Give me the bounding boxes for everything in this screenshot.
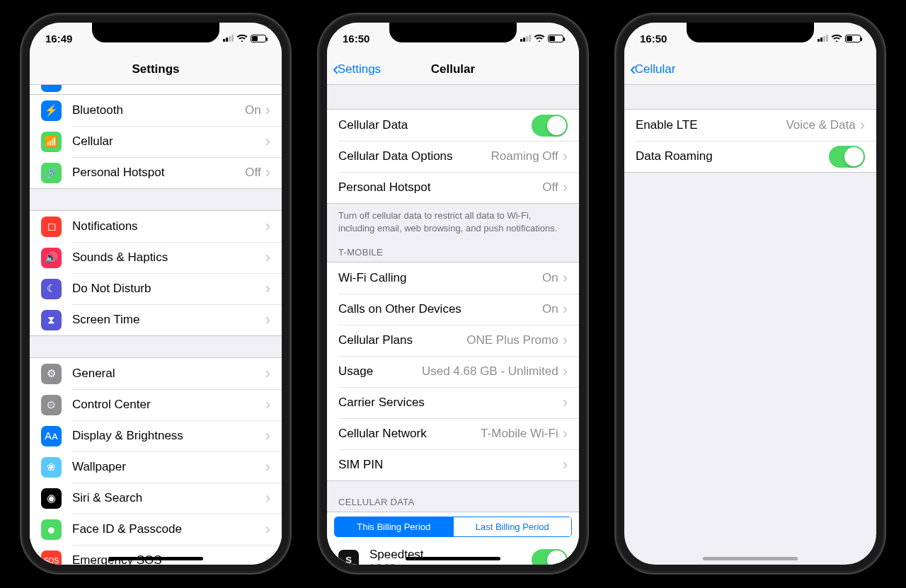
row-sounds-haptics[interactable]: 🔊Sounds & Haptics› (30, 242, 282, 273)
chevron-right-icon: › (563, 269, 568, 287)
row-speedtest[interactable]: SSpeedtest2.5 GB (327, 544, 579, 565)
row-bluetooth[interactable]: ⚡BluetoothOn› (30, 95, 282, 126)
row-label: Sounds & Haptics (72, 250, 265, 265)
row-icon: ⧗ (41, 310, 62, 330)
chevron-right-icon: › (265, 311, 270, 329)
chevron-right-icon: › (563, 393, 568, 412)
toggle-switch[interactable] (532, 549, 568, 565)
status-right (818, 33, 861, 44)
row-enable-lte[interactable]: Enable LTEVoice & Data› (624, 110, 876, 141)
row-cellular-plans[interactable]: Cellular PlansONE Plus Promo› (327, 325, 579, 356)
row-icon: Aᴀ (41, 426, 62, 446)
row-carrier-services[interactable]: Carrier Services› (327, 387, 579, 418)
chevron-right-icon: › (265, 364, 270, 383)
segment-this-period[interactable]: This Billing Period (335, 517, 453, 536)
toggle-switch[interactable] (532, 115, 568, 137)
row-partial[interactable] (30, 85, 282, 95)
row-icon: ☾ (41, 279, 62, 299)
row-calls-on-other-devices[interactable]: Calls on Other DevicesOn› (327, 294, 579, 325)
row-icon: ◻ (41, 217, 62, 237)
back-button[interactable]: ‹ Cellular (630, 54, 675, 84)
row-label: Screen Time (72, 313, 265, 327)
status-time: 16:50 (343, 33, 369, 45)
row-value: ONE Plus Promo (466, 333, 558, 347)
status-time: 16:49 (45, 33, 72, 45)
signal-icon (223, 35, 234, 42)
chevron-right-icon: › (563, 456, 568, 474)
row-value: Off (245, 166, 260, 180)
row-label: Do Not Disturb (72, 282, 265, 296)
row-cellular-network[interactable]: Cellular NetworkT-Mobile Wi-Fi› (327, 418, 579, 449)
row-notifications[interactable]: ◻Notifications› (30, 211, 282, 242)
row-cellular-data[interactable]: Cellular Data (327, 110, 579, 141)
back-button[interactable]: ‹ Settings (333, 54, 381, 84)
screen-2: 16:50 ‹ Settings Cellular Cellular DataC… (327, 23, 579, 565)
footer-text: Turn off cellular data to restrict all d… (327, 204, 579, 237)
page-title: Settings (132, 62, 179, 76)
row-usage[interactable]: UsageUsed 4.68 GB - Unlimited› (327, 356, 579, 387)
chevron-right-icon: › (265, 132, 270, 151)
row-siri-search[interactable]: ◉Siri & Search› (30, 483, 282, 514)
row-value: On (245, 103, 261, 117)
content[interactable]: Enable LTEVoice & Data›Data Roaming (624, 85, 876, 565)
row-cellular[interactable]: 📶Cellular› (30, 126, 282, 157)
row-label: Cellular Data (338, 118, 532, 132)
row-do-not-disturb[interactable]: ☾Do Not Disturb› (30, 273, 282, 304)
segment-last-period[interactable]: Last Billing Period (453, 517, 572, 536)
row-control-center[interactable]: ⊙Control Center› (30, 389, 282, 420)
screen-1: 16:49 Settings ⚡BluetoothOn›📶Cellular›🔗P… (30, 23, 282, 565)
notch (389, 23, 517, 42)
wifi-icon (236, 33, 248, 44)
row-icon: ⚙ (41, 364, 62, 384)
section-header: T-MOBILE (327, 237, 579, 262)
row-data-roaming[interactable]: Data Roaming (624, 141, 876, 172)
row-label: Wi-Fi Calling (338, 271, 542, 285)
row-cellular-data-options[interactable]: Cellular Data OptionsRoaming Off› (327, 141, 579, 172)
chevron-right-icon: › (563, 300, 568, 318)
home-indicator[interactable] (108, 557, 203, 560)
row-label: Data Roaming (636, 149, 829, 163)
row-emergency-sos[interactable]: SOSEmergency SOS› (30, 545, 282, 565)
row-screen-time[interactable]: ⧗Screen Time› (30, 304, 282, 335)
chevron-right-icon: › (860, 116, 865, 134)
row-label: Bluetooth (72, 103, 245, 117)
battery-icon (251, 35, 266, 42)
segmented-control[interactable]: This Billing Period Last Billing Period (334, 517, 572, 537)
content[interactable]: ⚡BluetoothOn›📶Cellular›🔗Personal Hotspot… (30, 85, 282, 565)
page-title: Cellular (431, 62, 475, 76)
row-label: Control Center (72, 398, 265, 412)
back-label: Settings (338, 62, 381, 76)
row-personal-hotspot[interactable]: Personal HotspotOff› (327, 172, 579, 203)
notch (92, 23, 219, 42)
row-value: On (542, 271, 558, 285)
status-time: 16:50 (640, 33, 667, 45)
battery-icon (845, 35, 861, 42)
row-wallpaper[interactable]: ❀Wallpaper› (30, 451, 282, 483)
row-icon: ☻ (41, 519, 62, 540)
row-label: Enable LTE (636, 118, 786, 132)
row-face-id-passcode[interactable]: ☻Face ID & Passcode› (30, 514, 282, 545)
chevron-right-icon: › (563, 331, 568, 350)
row-icon: ❀ (41, 457, 62, 478)
section-cut: ⚡BluetoothOn›📶Cellular›🔗Personal Hotspot… (30, 85, 282, 189)
row-display-brightness[interactable]: AᴀDisplay & Brightness› (30, 420, 282, 451)
signal-icon (818, 35, 828, 42)
row-icon: ◉ (41, 488, 62, 509)
home-indicator[interactable] (703, 557, 798, 560)
row-sim-pin[interactable]: SIM PIN› (327, 449, 579, 480)
row-value: Used 4.68 GB - Unlimited (422, 364, 558, 379)
row-personal-hotspot[interactable]: 🔗Personal HotspotOff› (30, 157, 282, 188)
home-indicator[interactable] (406, 557, 500, 560)
chevron-right-icon: › (563, 425, 568, 443)
toggle-switch[interactable] (829, 146, 865, 168)
row-icon: 📶 (41, 132, 62, 152)
row-label: Cellular Data Options (338, 149, 491, 163)
section-header: CELLULAR DATA (327, 481, 579, 512)
row-label: Wallpaper (72, 460, 265, 474)
row-general[interactable]: ⚙General› (30, 358, 282, 389)
phone-frame-2: 16:50 ‹ Settings Cellular Cellular DataC… (319, 14, 587, 573)
row-value: Voice & Data (786, 118, 855, 132)
content[interactable]: Cellular DataCellular Data OptionsRoamin… (327, 85, 579, 565)
chevron-right-icon: › (563, 362, 568, 381)
row-wi-fi-calling[interactable]: Wi-Fi CallingOn› (327, 263, 579, 294)
